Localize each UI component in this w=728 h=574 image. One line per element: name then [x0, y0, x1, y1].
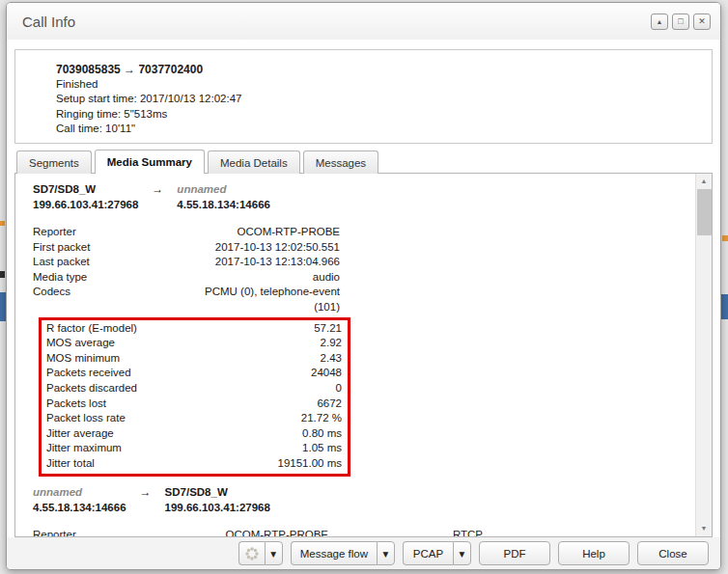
call-summary-panel: 7039085835 → 7037702400 Finished Setup s… — [14, 49, 713, 144]
quality-metrics-table: R factor (E-model)57.21MOS average2.92MO… — [42, 321, 342, 472]
call-time: Call time: 10'11" — [56, 122, 702, 136]
info-row: R factor (E-model)57.21 — [42, 321, 342, 337]
info-row: Packets lost6672 — [42, 396, 342, 412]
quality-metrics-highlight: R factor (E-model)57.21MOS average2.92MO… — [39, 317, 350, 477]
row-value: 6672 — [202, 396, 342, 412]
setup-start-time: Setup start time: 2017/10/13 12:02:47 — [56, 92, 702, 106]
stream-endpoint: SD7/SD8_W199.66.103.41:27968 — [33, 181, 138, 212]
row-label: R factor (E-model) — [42, 321, 202, 337]
scroll-down-button[interactable]: ▼ — [696, 521, 712, 536]
row-value: 2.92 — [202, 336, 342, 351]
media-summary-panel: SD7/SD8_W199.66.103.41:27968→unnamed4.55… — [14, 173, 713, 537]
pcap-dropdown-button[interactable]: ▾ — [453, 541, 471, 565]
background-artifact — [0, 221, 5, 226]
help-button[interactable]: Help — [558, 541, 630, 565]
row-label: Media type — [33, 270, 199, 286]
row-value-rtcp: RTCP — [328, 528, 483, 537]
info-row: MOS minimum2.43 — [42, 351, 342, 367]
stream-endpoint: unnamed4.55.18.134:14666 — [177, 181, 270, 212]
tab-messages[interactable]: Messages — [303, 150, 378, 174]
stream-header: SD7/SD8_W199.66.103.41:27968→unnamed4.55… — [33, 181, 695, 212]
row-value: 24048 — [202, 366, 342, 381]
stream-info-table: ReporterOCOM-RTP-PROBERTCPFirst packet20… — [33, 528, 483, 537]
endpoint-address: 4.55.18.134:14666 — [33, 500, 126, 515]
info-row: Jitter average0.80 ms — [42, 426, 342, 442]
row-label: Packets lost — [42, 396, 202, 412]
tab-bar: SegmentsMedia SummaryMedia DetailsMessag… — [14, 148, 713, 173]
close-icon: ✕ — [698, 16, 706, 26]
info-row: MOS average2.92 — [42, 336, 342, 351]
row-value: 2017-10-13 12:13:04.966 — [199, 255, 340, 270]
row-label: Jitter average — [42, 426, 202, 442]
info-row: Jitter maximum1.05 ms — [42, 441, 342, 456]
arrow-icon: → — [152, 181, 163, 212]
dialog-titlebar: Call Info ▲ □ ✕ — [7, 3, 720, 40]
endpoint-name: SD7/SD8_W — [33, 181, 138, 197]
pdf-button[interactable]: PDF — [479, 541, 550, 565]
row-value: 19151.00 ms — [202, 456, 342, 472]
info-row: Jitter total19151.00 ms — [42, 456, 342, 472]
endpoint-address: 199.66.103.41:27968 — [165, 500, 270, 515]
pcap-button[interactable]: PCAP — [403, 541, 453, 565]
endpoint-name: SD7/SD8_W — [165, 484, 270, 500]
vertical-scrollbar[interactable]: ▲ ▼ — [695, 174, 712, 536]
info-row: First packet2017-10-13 12:02:50.551 — [33, 240, 340, 256]
row-label: MOS minimum — [42, 351, 202, 367]
media-stream: unnamed4.55.18.134:14666→SD7/SD8_W199.66… — [33, 484, 695, 537]
settings-split-button: ▾ — [238, 541, 283, 565]
scrollbar-thumb[interactable] — [697, 189, 712, 235]
background-artifact — [0, 271, 5, 278]
collapse-icon: ▲ — [657, 18, 663, 25]
call-status: Finished — [56, 77, 702, 92]
settings-button[interactable] — [238, 541, 265, 565]
endpoint-address: 199.66.103.41:27968 — [33, 197, 138, 212]
scroll-up-button[interactable]: ▲ — [696, 174, 712, 189]
settings-dropdown-button[interactable]: ▾ — [265, 541, 283, 565]
row-label: Packets received — [42, 366, 202, 381]
row-label: Codecs — [33, 285, 199, 314]
message-flow-button[interactable]: Message flow — [291, 541, 377, 565]
row-label: Reporter — [33, 225, 199, 240]
window-controls: ▲ □ ✕ — [651, 14, 711, 30]
call-info-dialog: Call Info ▲ □ ✕ 7039085835 → 7037702400 … — [6, 2, 721, 570]
call-parties: 7039085835 → 7037702400 — [56, 63, 702, 77]
pcap-split-button: PCAP ▾ — [403, 541, 471, 565]
row-value: audio — [199, 270, 340, 286]
info-row: ReporterOCOM-RTP-PROBE — [33, 225, 340, 240]
stream-endpoint: unnamed4.55.18.134:14666 — [33, 484, 126, 515]
row-label: Jitter total — [42, 456, 202, 472]
scrollbar-track[interactable] — [696, 189, 712, 521]
endpoint-address: 4.55.18.134:14666 — [177, 197, 270, 212]
close-window-button[interactable]: ✕ — [693, 14, 711, 30]
row-value: 0 — [202, 381, 342, 396]
info-row: Packets discarded0 — [42, 381, 342, 396]
stream-endpoint: SD7/SD8_W199.66.103.41:27968 — [165, 484, 270, 515]
tab-segments[interactable]: Segments — [16, 150, 92, 174]
caret-down-icon: ▾ — [270, 547, 276, 560]
row-label: Last packet — [33, 255, 199, 270]
info-row: Last packet2017-10-13 12:13:04.966 — [33, 255, 340, 270]
row-label: Packets discarded — [42, 381, 202, 396]
info-row: ReporterOCOM-RTP-PROBERTCP — [33, 528, 483, 537]
dialog-title: Call Info — [22, 14, 651, 30]
background-artifact — [722, 235, 728, 241]
stream-info-table: ReporterOCOM-RTP-PROBEFirst packet2017-1… — [33, 225, 340, 315]
info-row: CodecsPCMU (0), telephone-event (101) — [33, 285, 340, 314]
row-value: 2.43 — [202, 351, 342, 367]
message-flow-dropdown-button[interactable]: ▾ — [377, 541, 395, 565]
info-row: Media typeaudio — [33, 270, 340, 286]
row-label: First packet — [33, 240, 199, 256]
info-row: Packets received24048 — [42, 366, 342, 381]
collapse-button[interactable]: ▲ — [651, 14, 668, 30]
row-value: 0.80 ms — [202, 426, 342, 442]
maximize-button[interactable]: □ — [672, 14, 689, 30]
row-label: MOS average — [42, 336, 202, 351]
close-button[interactable]: Close — [637, 541, 709, 565]
media-stream: SD7/SD8_W199.66.103.41:27968→unnamed4.55… — [33, 181, 695, 477]
message-flow-split-button: Message flow ▾ — [291, 541, 395, 565]
tab-media-summary[interactable]: Media Summary — [95, 150, 205, 174]
footer-toolbar: ▾ Message flow ▾ PCAP ▾ PDF Help Close — [7, 537, 720, 569]
tab-media-details[interactable]: Media Details — [208, 150, 300, 174]
row-value: 57.21 — [202, 321, 342, 337]
arrow-icon: → — [140, 484, 152, 515]
